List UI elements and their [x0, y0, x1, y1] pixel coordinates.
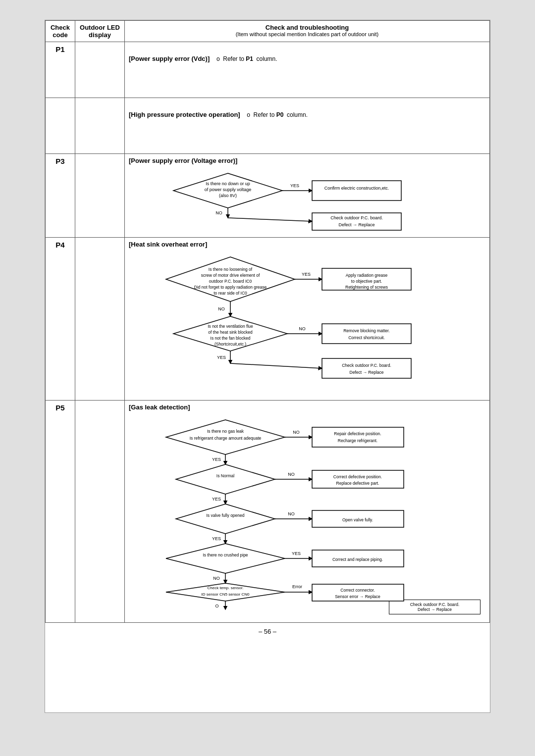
trouble-highpressure: [High pressure protective operation] o R… [125, 98, 490, 154]
svg-text:Error: Error [292, 584, 302, 589]
led-p4 [75, 238, 125, 401]
svg-line-13 [228, 218, 312, 221]
flow-svg-p3: Is there no down or up of power supply v… [129, 168, 485, 233]
svg-text:NO: NO [218, 306, 225, 311]
svg-text:Is not the fan blocked: Is not the fan blocked [211, 336, 251, 341]
svg-rect-40 [322, 358, 411, 378]
svg-text:NO: NO [215, 210, 222, 215]
page-footer: – 56 – [45, 623, 490, 640]
svg-rect-6 [312, 181, 401, 201]
row-p5: P5 [Gas leak detection] [46, 401, 490, 623]
svg-text:YES: YES [302, 272, 311, 277]
svg-text:YES: YES [217, 355, 226, 360]
led-p3 [75, 154, 125, 238]
svg-text:Open valve fully.: Open valve fully. [342, 517, 373, 522]
svg-text:(Shortcircuit,etc.): (Shortcircuit,etc.) [214, 342, 246, 347]
svg-text:Is there no crushed pipe: Is there no crushed pipe [203, 553, 248, 557]
led-p5 [75, 401, 125, 623]
row-p1: P1 [Power supply error (Vdc)] o Refer to… [46, 42, 490, 98]
svg-text:Is there no loosening of: Is there no loosening of [209, 267, 253, 272]
svg-text:Is refrigerant charge amount a: Is refrigerant charge amount adequate [190, 436, 262, 441]
title-p1: [Power supply error (Vdc)] [129, 55, 210, 62]
trouble-p5: [Gas leak detection] Is there no gas lea… [125, 401, 490, 623]
svg-text:Correct and replace piping.: Correct and replace piping. [332, 557, 383, 562]
flowchart-p5: Is there no gas leak Is refrigerant char… [129, 415, 485, 614]
svg-marker-54 [176, 464, 275, 494]
svg-text:YES: YES [212, 536, 221, 541]
svg-text:NO: NO [299, 326, 306, 331]
code-highpressure [46, 98, 75, 154]
code-p3: P3 [46, 154, 75, 238]
svg-text:Correct shortcircuit.: Correct shortcircuit. [348, 335, 385, 340]
svg-text:of the heat sink blocked: of the heat sink blocked [208, 330, 253, 335]
svg-text:Is not the ventilation flue: Is not the ventilation flue [208, 324, 253, 329]
svg-text:Correct connector.: Correct connector. [340, 588, 374, 593]
svg-text:NO: NO [288, 472, 295, 477]
row-p4: P4 [Heat sink overheat error] [46, 238, 490, 401]
svg-text:Check temp. sensor.: Check temp. sensor. [208, 586, 244, 590]
svg-text:Remove blocking matter.: Remove blocking matter. [343, 328, 390, 333]
led-highpressure [75, 98, 125, 154]
title-p5: [Gas leak detection] [129, 403, 485, 411]
svg-text:Replace defective part.: Replace defective part. [336, 481, 379, 486]
svg-text:Is there no down or up: Is there no down or up [206, 181, 250, 186]
svg-text:Is valve fully opened: Is valve fully opened [206, 513, 244, 518]
svg-text:of power supply voltage: of power supply voltage [205, 187, 252, 192]
trouble-p4: [Heat sink overheat error] Is there no l… [125, 238, 490, 401]
svg-text:Correct defective position.: Correct defective position. [333, 474, 382, 479]
header-led: Outdoor LED display [75, 21, 125, 42]
code-p4: P4 [46, 238, 75, 401]
svg-text:Is Normal: Is Normal [216, 473, 234, 478]
svg-text:to objective part.: to objective part. [351, 279, 382, 284]
svg-text:Retightening of screws: Retightening of screws [345, 285, 388, 290]
svg-text:Apply radiation grease: Apply radiation grease [346, 273, 388, 278]
svg-rect-49 [312, 427, 404, 447]
title-p3: [Power supply error (Voltage error)] [129, 157, 485, 164]
row-p3: P3 [Power supply error (Voltage error)] … [46, 154, 490, 238]
svg-text:O: O [215, 604, 218, 608]
refer-p1: o Refer to P1 column. [216, 55, 277, 62]
svg-text:Is there no gas leak: Is there no gas leak [207, 429, 244, 434]
main-table: Check code Outdoor LED display Check and… [45, 20, 490, 623]
header-check: Check code [46, 21, 75, 42]
svg-text:ID sensor CN5 sensor CN0: ID sensor CN5 sensor CN0 [202, 592, 250, 597]
flow-svg-p5: Is there no gas leak Is refrigerant char… [129, 415, 485, 613]
flowchart-p3: Is there no down or up of power supply v… [129, 168, 485, 234]
svg-text:Did not forget to apply radiat: Did not forget to apply radiation grease [194, 285, 267, 290]
svg-text:YES: YES [292, 551, 301, 556]
title-highpressure: [High pressure protective operation] [129, 111, 240, 118]
svg-text:to rear side of IC0: to rear side of IC0 [214, 291, 247, 296]
svg-text:YES: YES [290, 183, 299, 188]
svg-text:outdoor P.C. board IC0: outdoor P.C. board IC0 [209, 279, 252, 284]
svg-text:NO: NO [293, 430, 300, 435]
svg-text:YES: YES [212, 457, 221, 462]
flowchart-p4: Is there no loosening of screw of motor … [129, 252, 485, 397]
code-p5: P5 [46, 401, 75, 623]
svg-rect-35 [322, 324, 411, 344]
svg-text:screw of motor drive element o: screw of motor drive element of [201, 273, 260, 278]
header-trouble: Check and troubleshooting (Item without … [125, 21, 490, 42]
footer-text: – 56 – [259, 628, 276, 635]
refer-highpressure: o Refer to P0 column. [247, 111, 308, 118]
svg-marker-63 [176, 504, 275, 534]
title-p4: [Heat sink overheat error] [129, 241, 485, 248]
svg-line-43 [230, 363, 322, 368]
svg-text:NO: NO [213, 576, 220, 581]
svg-text:Repair defective position.: Repair defective position. [334, 431, 381, 436]
svg-text:NO: NO [288, 511, 295, 516]
code-p1: P1 [46, 42, 75, 98]
svg-text:Confirm electric construction,: Confirm electric construction,etc. [324, 186, 389, 191]
svg-text:Check outdoor P.C. board.: Check outdoor P.C. board. [330, 215, 382, 220]
page: Check code Outdoor LED display Check and… [45, 20, 490, 713]
row-highpressure: [High pressure protective operation] o R… [46, 98, 490, 154]
svg-text:Check outdoor P.C. board.: Check outdoor P.C. board. [342, 363, 391, 368]
trouble-p3: [Power supply error (Voltage error)] Is … [125, 154, 490, 238]
svg-marker-71 [166, 544, 285, 573]
svg-text:Defect → Replace: Defect → Replace [338, 222, 374, 227]
svg-text:Sensor error → Replace: Sensor error → Replace [335, 594, 380, 599]
svg-text:Recharge refrigerant.: Recharge refrigerant. [338, 438, 377, 443]
led-p1 [75, 42, 125, 98]
trouble-p1: [Power supply error (Vdc)] o Refer to P1… [125, 42, 490, 98]
svg-text:Defect → Replace: Defect → Replace [350, 370, 384, 375]
svg-text:YES: YES [212, 497, 221, 502]
